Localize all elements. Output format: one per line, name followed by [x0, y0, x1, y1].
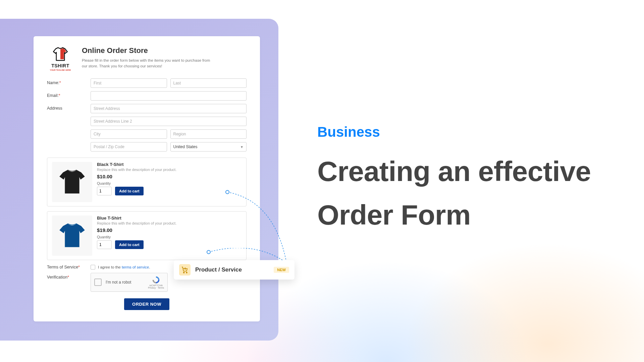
- recaptcha-checkbox[interactable]: [94, 279, 102, 286]
- form-title: Online Order Store: [82, 46, 216, 55]
- region-input[interactable]: [170, 129, 247, 139]
- terms-link[interactable]: terms of service: [122, 265, 149, 269]
- chevron-down-icon: ▼: [240, 145, 244, 149]
- tshirt-black-icon: [57, 167, 87, 197]
- product-name: Blue T-Shirt: [97, 216, 241, 221]
- terms-text: I agree to the terms of service.: [98, 265, 150, 269]
- product-service-callout: Product / Service NEW: [174, 260, 294, 280]
- email-input[interactable]: [91, 91, 247, 101]
- recaptcha-text: I'm not a robot: [106, 280, 148, 285]
- add-to-cart-button[interactable]: Add to cart: [115, 240, 144, 249]
- name-label: Name:*: [47, 78, 91, 85]
- terms-label: Terms of Service*: [47, 265, 91, 269]
- headline-category: Business: [317, 124, 591, 140]
- new-badge: NEW: [274, 267, 289, 273]
- quantity-input[interactable]: [97, 240, 112, 249]
- street2-input[interactable]: [91, 117, 247, 126]
- terms-checkbox[interactable]: [91, 265, 95, 269]
- tshirt-blue-icon: [57, 221, 87, 251]
- svg-point-3: [183, 272, 184, 273]
- product-desc: Replace this with the description of you…: [97, 221, 241, 225]
- product-card: Black T-Shirt Replace this with the desc…: [47, 158, 247, 206]
- recaptcha-logo: reCAPTCHA Privacy · Terms: [148, 276, 164, 289]
- recaptcha-widget[interactable]: I'm not a robot reCAPTCHA Privacy · Term…: [91, 273, 168, 292]
- quantity-label: Quantity: [97, 235, 241, 239]
- cart-icon: [179, 264, 191, 276]
- brand-logo: TSHIRT YOUR TAGLINE HERE: [47, 46, 74, 71]
- last-name-input[interactable]: [170, 78, 247, 88]
- address-label: Address: [47, 104, 91, 111]
- form-header: TSHIRT YOUR TAGLINE HERE Online Order St…: [47, 46, 247, 71]
- product-price: $10.00: [97, 174, 241, 179]
- product-desc: Replace this with the description of you…: [97, 168, 241, 172]
- quantity-label: Quantity: [97, 181, 241, 185]
- add-to-cart-button[interactable]: Add to cart: [115, 187, 144, 195]
- tshirt-logo-icon: [52, 46, 69, 62]
- product-image: [52, 216, 92, 256]
- verification-label: Verification*: [47, 273, 91, 280]
- email-label: Email:*: [47, 91, 91, 98]
- product-name: Black T-Shirt: [97, 162, 241, 167]
- headline-block: Business Creating an effective Order For…: [317, 124, 591, 237]
- first-name-input[interactable]: [91, 78, 167, 88]
- city-input[interactable]: [91, 129, 167, 139]
- callout-label: Product / Service: [195, 266, 269, 273]
- postal-input[interactable]: [91, 142, 167, 152]
- svg-point-4: [186, 272, 187, 273]
- quantity-input[interactable]: [97, 187, 112, 195]
- form-intro: Please fill in the order form below with…: [82, 58, 216, 69]
- brand-name: TSHIRT: [51, 63, 69, 68]
- headline-title: Creating an effective Order Form: [317, 149, 591, 237]
- brand-tagline: YOUR TAGLINE HERE: [50, 69, 71, 71]
- street1-input[interactable]: [91, 104, 247, 113]
- product-price: $19.00: [97, 227, 241, 233]
- product-image: [52, 162, 92, 202]
- product-card: Blue T-Shirt Replace this with the descr…: [47, 211, 247, 260]
- country-select[interactable]: United States ▼: [170, 142, 247, 152]
- recaptcha-icon: [152, 276, 160, 284]
- order-now-button[interactable]: ORDER NOW: [124, 298, 169, 310]
- country-selected: United States: [173, 144, 198, 149]
